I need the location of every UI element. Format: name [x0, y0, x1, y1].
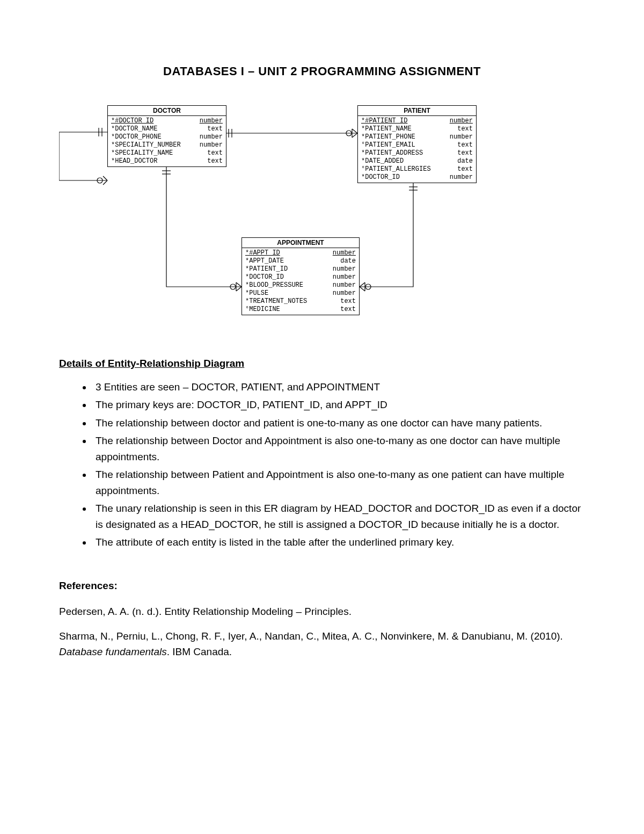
- attribute-type: number: [328, 281, 356, 289]
- attribute-type: text: [336, 306, 356, 314]
- attribute-type: number: [445, 173, 473, 182]
- attribute-type: text: [203, 149, 223, 157]
- entity-doctor: DOCTOR *#DOCTOR_IDnumber*DOCTOR_NAMEtext…: [107, 105, 226, 167]
- detail-item: The primary keys are: DOCTOR_ID, PATIENT…: [92, 397, 585, 412]
- svg-line-10: [103, 176, 107, 180]
- reference-text: Sharma, N., Perniu, L., Chong, R. F., Iy…: [59, 630, 563, 642]
- entity-attribute-row: *BLOOD_PRESSUREnumber: [245, 281, 356, 289]
- entity-attribute-row: *#PATIENT_IDnumber: [361, 117, 473, 125]
- attribute-type: text: [203, 157, 223, 165]
- svg-line-5: [352, 133, 357, 137]
- entity-attribute-row: *APPT_DATEdate: [245, 257, 356, 265]
- document-page: DATABASES I – UNIT 2 PROGRAMMING ASSIGNM…: [0, 0, 644, 834]
- attribute-type: number: [328, 249, 356, 257]
- details-heading: Details of Entity-Relationship Diagram: [59, 358, 585, 369]
- attribute-type: number: [328, 265, 356, 273]
- reference-text: Pedersen, A. A. (n. d.). Entity Relation…: [59, 606, 352, 617]
- detail-item: The relationship between Doctor and Appo…: [92, 433, 585, 465]
- entity-patient-attrs: *#PATIENT_IDnumber*PATIENT_NAMEtext*PATI…: [358, 116, 476, 183]
- entity-attribute-row: *PATIENT_PHONEnumber: [361, 133, 473, 141]
- attribute-name: °PATIENT_ALLERGIES: [361, 165, 431, 173]
- entity-patient-title: PATIENT: [358, 106, 476, 116]
- attribute-type: date: [453, 157, 473, 165]
- entity-attribute-row: *SPECIALITY_NAMEtext: [111, 149, 223, 157]
- reference-item: Pedersen, A. A. (n. d.). Entity Relation…: [59, 604, 585, 619]
- attribute-type: number: [195, 133, 223, 141]
- entity-appointment-attrs: *#APPT_IDnumber*APPT_DATEdate*PATIENT_ID…: [242, 248, 359, 315]
- attribute-name: *PATIENT_NAME: [361, 125, 412, 133]
- detail-item: The attribute of each entity is listed i…: [92, 534, 585, 550]
- svg-line-21: [360, 282, 365, 287]
- attribute-type: text: [453, 165, 473, 173]
- entity-doctor-attrs: *#DOCTOR_IDnumber*DOCTOR_NAMEtext*DOCTOR…: [108, 116, 226, 166]
- attribute-name: *DOCTOR_NAME: [111, 125, 157, 133]
- references-heading: References:: [59, 580, 585, 592]
- attribute-name: *PATIENT_ADDRESS: [361, 149, 423, 157]
- attribute-type: text: [453, 141, 473, 149]
- attribute-name: °MEDICINE: [245, 306, 280, 314]
- er-diagram: DOCTOR *#DOCTOR_IDnumber*DOCTOR_NAMEtext…: [59, 105, 585, 336]
- entity-appointment: APPOINTMENT *#APPT_IDnumber*APPT_DATEdat…: [241, 237, 360, 315]
- detail-item: The relationship between doctor and pati…: [92, 415, 585, 431]
- entity-attribute-row: °PATIENT_ALLERGIEStext: [361, 165, 473, 173]
- entity-attribute-row: *DOCTOR_PHONEnumber: [111, 133, 223, 141]
- page-title: DATABASES I – UNIT 2 PROGRAMMING ASSIGNM…: [59, 64, 585, 78]
- entity-attribute-row: °PATIENT_EMAILtext: [361, 141, 473, 149]
- attribute-name: *APPT_DATE: [245, 257, 284, 265]
- entity-attribute-row: °MEDICINEtext: [245, 306, 356, 314]
- entity-attribute-row: *#APPT_IDnumber: [245, 249, 356, 257]
- attribute-type: date: [336, 257, 356, 265]
- entity-attribute-row: *SPECIALITY_NUMBERnumber: [111, 141, 223, 149]
- attribute-type: text: [203, 125, 223, 133]
- attribute-type: number: [195, 117, 223, 125]
- attribute-name: *DATE_ADDED: [361, 157, 404, 165]
- svg-line-11: [103, 180, 107, 185]
- reference-tail: . IBM Canada.: [167, 646, 232, 657]
- attribute-name: *HEAD_DOCTOR: [111, 157, 157, 165]
- attribute-name: *#PATIENT_ID: [361, 117, 407, 125]
- detail-item: The unary relationship is seen in this E…: [92, 501, 585, 532]
- attribute-name: *TREATMENT_NOTES: [245, 298, 307, 306]
- svg-point-3: [346, 130, 352, 136]
- attribute-name: *BLOOD_PRESSURE: [245, 281, 303, 289]
- svg-line-15: [236, 282, 241, 287]
- attribute-type: text: [453, 125, 473, 133]
- svg-line-4: [352, 129, 357, 133]
- attribute-type: number: [445, 117, 473, 125]
- reference-italic: Database fundamentals: [59, 646, 167, 657]
- entity-appointment-title: APPOINTMENT: [242, 238, 359, 248]
- attribute-name: *SPECIALITY_NAME: [111, 149, 173, 157]
- entity-attribute-row: *HEAD_DOCTORtext: [111, 157, 223, 165]
- svg-line-16: [236, 287, 241, 291]
- entity-attribute-row: *PULSEnumber: [245, 289, 356, 298]
- entity-attribute-row: *DATE_ADDEDdate: [361, 157, 473, 165]
- attribute-type: text: [453, 149, 473, 157]
- entity-attribute-row: *TREATMENT_NOTEStext: [245, 298, 356, 306]
- details-list: 3 Entities are seen – DOCTOR, PATIENT, a…: [59, 379, 585, 550]
- attribute-name: *DOCTOR_PHONE: [111, 133, 162, 141]
- entity-attribute-row: *DOCTOR_NAMEtext: [111, 125, 223, 133]
- entity-attribute-row: *DOCTOR_IDnumber: [361, 173, 473, 182]
- attribute-name: *SPECIALITY_NUMBER: [111, 141, 181, 149]
- detail-item: The relationship between Patient and App…: [92, 467, 585, 498]
- detail-item: 3 Entities are seen – DOCTOR, PATIENT, a…: [92, 379, 585, 395]
- entity-attribute-row: *PATIENT_NAMEtext: [361, 125, 473, 133]
- entity-attribute-row: *PATIENT_IDnumber: [245, 265, 356, 273]
- attribute-name: *#DOCTOR_ID: [111, 117, 153, 125]
- entity-attribute-row: *PATIENT_ADDRESStext: [361, 149, 473, 157]
- attribute-name: *#APPT_ID: [245, 249, 280, 257]
- attribute-name: *PATIENT_ID: [245, 265, 288, 273]
- attribute-type: number: [328, 273, 356, 281]
- reference-item: Sharma, N., Perniu, L., Chong, R. F., Iy…: [59, 628, 585, 660]
- attribute-type: number: [195, 141, 223, 149]
- attribute-type: text: [336, 298, 356, 306]
- attribute-type: number: [445, 133, 473, 141]
- attribute-type: number: [328, 289, 356, 298]
- svg-point-9: [97, 178, 103, 183]
- attribute-name: °PATIENT_EMAIL: [361, 141, 415, 149]
- entity-patient: PATIENT *#PATIENT_IDnumber*PATIENT_NAMEt…: [357, 105, 477, 183]
- entity-doctor-title: DOCTOR: [108, 106, 226, 116]
- attribute-name: *PULSE: [245, 289, 268, 298]
- attribute-name: *DOCTOR_ID: [245, 273, 284, 281]
- entity-attribute-row: *#DOCTOR_IDnumber: [111, 117, 223, 125]
